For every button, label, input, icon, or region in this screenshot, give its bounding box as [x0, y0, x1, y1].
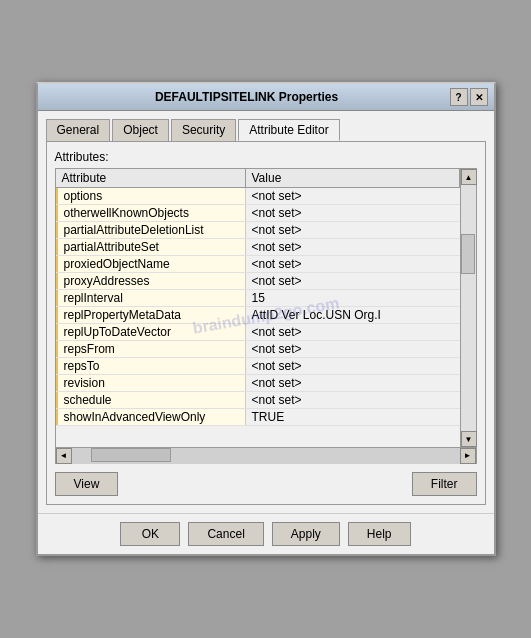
attr-value-cell: <not set> [246, 239, 460, 255]
attr-value-cell: <not set> [246, 341, 460, 357]
scroll-up-button[interactable]: ▲ [461, 169, 477, 185]
attr-value-cell: <not set> [246, 256, 460, 272]
attr-name-cell: partialAttributeDeletionList [56, 222, 246, 238]
dialog-title: DEFAULTIPSITELINK Properties [44, 90, 450, 104]
table-row[interactable]: repsTo<not set> [56, 358, 460, 375]
attr-value-cell: <not set> [246, 375, 460, 391]
attr-name-cell: replInterval [56, 290, 246, 306]
apply-button[interactable]: Apply [272, 522, 340, 546]
tab-security[interactable]: Security [171, 119, 236, 141]
attr-value-cell: <not set> [246, 358, 460, 374]
tab-general[interactable]: General [46, 119, 111, 141]
tab-object[interactable]: Object [112, 119, 169, 141]
tab-content: Attributes: Attribute Value options<not … [46, 141, 486, 505]
scroll-track[interactable] [461, 185, 476, 431]
attr-value-cell: <not set> [246, 273, 460, 289]
attr-name-cell: revision [56, 375, 246, 391]
attr-value-cell: TRUE [246, 409, 460, 425]
col-header-value: Value [246, 169, 460, 187]
close-title-button[interactable]: ✕ [470, 88, 488, 106]
horizontal-scrollbar[interactable]: ◄ ► [55, 448, 477, 464]
attr-value-cell: 15 [246, 290, 460, 306]
view-button[interactable]: View [55, 472, 119, 496]
attr-name-cell: showInAdvancedViewOnly [56, 409, 246, 425]
table-with-scrollbar: Attribute Value options<not set>otherwel… [55, 168, 477, 448]
attr-name-cell: repsTo [56, 358, 246, 374]
cancel-button[interactable]: Cancel [188, 522, 263, 546]
attr-name-cell: schedule [56, 392, 246, 408]
tabs-row: General Object Security Attribute Editor [46, 119, 486, 141]
view-filter-row: View Filter [55, 472, 477, 496]
attr-name-cell: partialAttributeSet [56, 239, 246, 255]
table-header: Attribute Value [56, 169, 460, 188]
title-bar: DEFAULTIPSITELINK Properties ? ✕ [38, 84, 494, 111]
attr-name-cell: proxyAddresses [56, 273, 246, 289]
attributes-label: Attributes: [55, 150, 477, 164]
scroll-thumb[interactable] [461, 234, 475, 274]
attr-name-cell: replPropertyMetaData [56, 307, 246, 323]
filter-button[interactable]: Filter [412, 472, 477, 496]
attr-name-cell: otherwellKnownObjects [56, 205, 246, 221]
attr-value-cell: <not set> [246, 205, 460, 221]
bottom-buttons: OK Cancel Apply Help [38, 513, 494, 554]
table-row[interactable]: showInAdvancedViewOnlyTRUE [56, 409, 460, 426]
attributes-table-area: Attribute Value options<not set>otherwel… [55, 168, 477, 464]
table-row[interactable]: otherwellKnownObjects<not set> [56, 205, 460, 222]
table-row[interactable]: replInterval15 [56, 290, 460, 307]
help-title-button[interactable]: ? [450, 88, 468, 106]
table-row[interactable]: revision<not set> [56, 375, 460, 392]
table-row[interactable]: proxyAddresses<not set> [56, 273, 460, 290]
attr-value-cell: <not set> [246, 222, 460, 238]
table-row[interactable]: repsFrom<not set> [56, 341, 460, 358]
vertical-scrollbar[interactable]: ▲ ▼ [460, 169, 476, 447]
help-button[interactable]: Help [348, 522, 411, 546]
attr-value-cell: <not set> [246, 392, 460, 408]
horiz-scroll-track[interactable] [72, 448, 460, 464]
attr-name-cell: replUpToDateVector [56, 324, 246, 340]
tab-attribute-editor[interactable]: Attribute Editor [238, 119, 339, 141]
attr-name-cell: proxiedObjectName [56, 256, 246, 272]
table-body[interactable]: options<not set>otherwellKnownObjects<no… [56, 188, 460, 447]
horiz-scroll-thumb[interactable] [91, 448, 171, 462]
scroll-down-button[interactable]: ▼ [461, 431, 477, 447]
attr-name-cell: options [56, 188, 246, 204]
scroll-left-button[interactable]: ◄ [56, 448, 72, 464]
attr-value-cell: <not set> [246, 188, 460, 204]
attr-value-cell: <not set> [246, 324, 460, 340]
main-dialog: DEFAULTIPSITELINK Properties ? ✕ General… [36, 82, 496, 556]
table-inner: Attribute Value options<not set>otherwel… [56, 169, 460, 447]
col-header-attribute: Attribute [56, 169, 246, 187]
scroll-right-button[interactable]: ► [460, 448, 476, 464]
table-row[interactable]: schedule<not set> [56, 392, 460, 409]
table-row[interactable]: replUpToDateVector<not set> [56, 324, 460, 341]
table-row[interactable]: partialAttributeSet<not set> [56, 239, 460, 256]
attr-value-cell: AttID Ver Loc.USN Org.I [246, 307, 460, 323]
dialog-body: General Object Security Attribute Editor… [38, 111, 494, 513]
table-row[interactable]: partialAttributeDeletionList<not set> [56, 222, 460, 239]
attr-name-cell: repsFrom [56, 341, 246, 357]
table-row[interactable]: proxiedObjectName<not set> [56, 256, 460, 273]
table-row[interactable]: replPropertyMetaDataAttID Ver Loc.USN Or… [56, 307, 460, 324]
title-bar-buttons: ? ✕ [450, 88, 488, 106]
ok-button[interactable]: OK [120, 522, 180, 546]
table-row[interactable]: options<not set> [56, 188, 460, 205]
